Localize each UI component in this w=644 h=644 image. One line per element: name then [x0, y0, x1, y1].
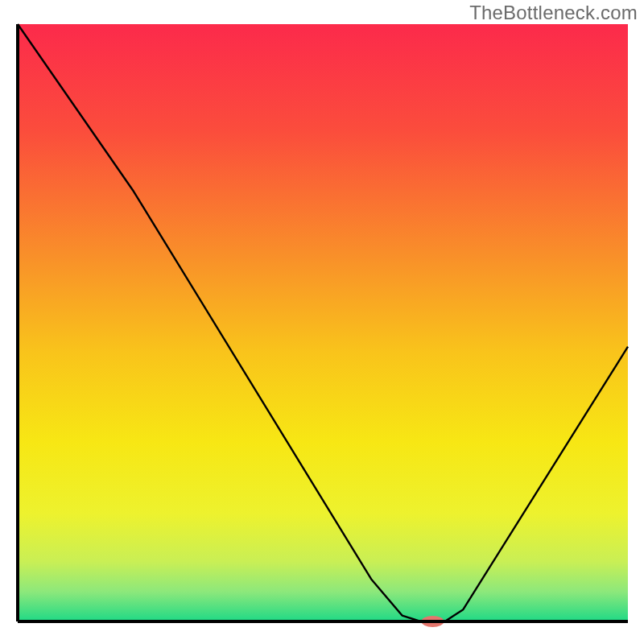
plot-background	[18, 24, 628, 621]
bottleneck-chart	[0, 0, 644, 644]
watermark-label: TheBottleneck.com	[469, 2, 638, 24]
